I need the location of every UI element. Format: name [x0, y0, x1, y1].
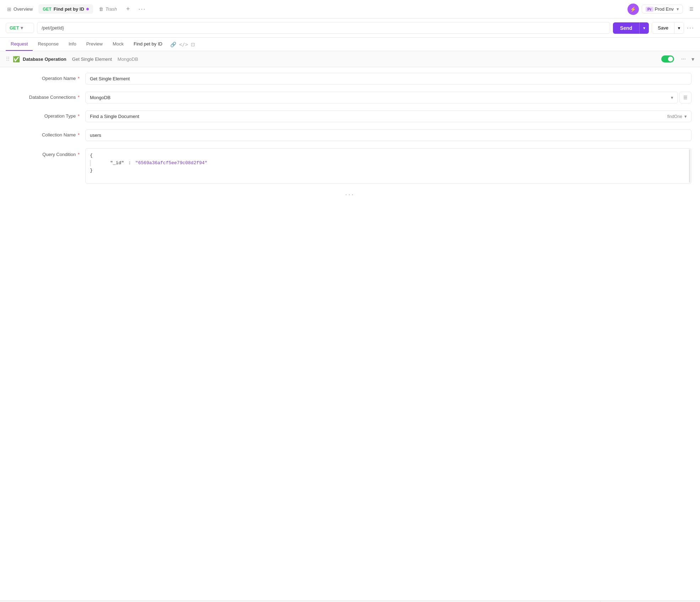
- send-button-group: Send ▾: [613, 22, 649, 34]
- operation-type-label: Operation Type *: [9, 111, 80, 119]
- tab-preview[interactable]: Preview: [81, 38, 108, 51]
- form-section: Operation Name * Database Connections * …: [0, 67, 700, 601]
- split-icon[interactable]: ⊡: [191, 42, 195, 47]
- required-marker-4: *: [78, 132, 80, 138]
- tab-trash[interactable]: 🗑 Trash: [95, 4, 121, 14]
- code-line-1: {: [90, 152, 687, 160]
- main-content: ⠿ ✅ Database Operation Get Single Elemen…: [0, 51, 700, 601]
- tab-bar: ⊞ Overview GET Find pet by ID 🗑 Trash + …: [0, 0, 700, 18]
- required-marker-3: *: [78, 113, 80, 119]
- tab-current[interactable]: GET Find pet by ID: [38, 4, 93, 14]
- tab-overview[interactable]: ⊞ Overview: [3, 4, 37, 14]
- tab-request[interactable]: Request: [6, 38, 33, 51]
- collection-name-input[interactable]: [85, 129, 691, 141]
- db-connections-row: Database Connections * MongoDB ▾ ☰: [9, 92, 691, 103]
- operation-name-row: Operation Name *: [9, 73, 691, 85]
- send-dropdown-button[interactable]: ▾: [639, 22, 649, 34]
- query-condition-editor[interactable]: { "_id" : "6569a36afcf5ee79c08d2f94" }: [85, 148, 691, 184]
- operation-name-input[interactable]: [85, 73, 691, 85]
- more-tabs-button[interactable]: ···: [135, 3, 150, 15]
- code-line-3: }: [90, 167, 687, 174]
- required-marker: *: [78, 76, 80, 81]
- save-button-group: Save ▾: [652, 22, 684, 34]
- drag-handle-icon[interactable]: ⠿: [6, 56, 10, 63]
- operation-name-label: Operation Name *: [9, 73, 80, 81]
- tab-current-label: Find pet by ID: [54, 6, 84, 12]
- db-op-badge: MongoDB: [118, 57, 138, 62]
- collection-name-label: Collection Name *: [9, 129, 80, 138]
- send-button[interactable]: Send: [613, 22, 639, 34]
- request-tabs: Request Response Info Preview Mock Find …: [0, 38, 700, 51]
- save-dropdown-button[interactable]: ▾: [674, 22, 684, 33]
- env-selector[interactable]: Pr Prod Env ▾: [642, 5, 683, 14]
- db-connections-action-button[interactable]: ☰: [679, 92, 691, 103]
- trash-icon: 🗑: [99, 6, 103, 12]
- db-connections-select-group: MongoDB ▾ ☰: [85, 92, 691, 103]
- required-marker-2: *: [78, 95, 80, 100]
- db-operation-header: ⠿ ✅ Database Operation Get Single Elemen…: [0, 51, 700, 67]
- query-condition-row: Query Condition * { "_id" : "6569a36afcf…: [9, 148, 691, 184]
- editor-scrollbar: [689, 149, 690, 183]
- bottom-panel: ▾ Body Cookies Headers 11 Console 2 Actu…: [0, 601, 700, 602]
- db-operation-toggle[interactable]: [661, 55, 674, 63]
- url-bar: GET ▾ Send ▾ Save ▾ ···: [0, 18, 700, 38]
- grid-icon: ⊞: [7, 6, 11, 12]
- url-more-button[interactable]: ···: [687, 24, 694, 32]
- method-chevron-icon: ▾: [21, 25, 23, 31]
- db-op-more-icon[interactable]: ···: [681, 56, 686, 62]
- code-line-2: "_id" : "6569a36afcf5ee79c08d2f94": [90, 160, 687, 167]
- tab-find-pet-name[interactable]: Find pet by ID: [129, 38, 167, 51]
- hamburger-menu-button[interactable]: ☰: [686, 4, 697, 14]
- env-pr-badge: Pr: [646, 7, 653, 12]
- method-select[interactable]: GET ▾: [6, 23, 34, 33]
- db-op-chevron-icon[interactable]: ▾: [691, 56, 694, 63]
- db-op-title: Database Operation: [23, 57, 66, 62]
- get-method-badge: GET: [43, 7, 52, 12]
- add-tab-button[interactable]: +: [123, 3, 134, 15]
- link-icon[interactable]: 🔗: [170, 42, 176, 47]
- tab-trash-label: Trash: [106, 6, 117, 12]
- db-connections-label: Database Connections *: [9, 92, 80, 100]
- env-chevron-icon: ▾: [677, 6, 679, 12]
- save-button[interactable]: Save: [652, 22, 674, 33]
- required-marker-5: *: [78, 152, 80, 157]
- query-condition-label: Query Condition *: [9, 148, 80, 157]
- tab-icons: 🔗 </> ⊡: [170, 42, 195, 47]
- collection-name-row: Collection Name *: [9, 129, 691, 141]
- method-label: GET: [10, 25, 19, 31]
- code-icon[interactable]: </>: [179, 42, 188, 47]
- more-content-indicator: ···: [9, 191, 691, 198]
- env-name: Prod Env: [655, 6, 674, 12]
- operation-type-select[interactable]: Find a Single Document findOne ▾: [85, 111, 691, 122]
- tab-info[interactable]: Info: [64, 38, 81, 51]
- tab-response[interactable]: Response: [33, 38, 64, 51]
- op-type-chevron-icon: ▾: [684, 114, 687, 119]
- tab-overview-label: Overview: [14, 6, 33, 12]
- env-area: ⚡ Pr Prod Env ▾ ☰: [628, 4, 697, 15]
- url-input[interactable]: [37, 22, 610, 34]
- tab-mock[interactable]: Mock: [108, 38, 129, 51]
- select-chevron-icon: ▾: [671, 95, 673, 100]
- env-avatar: ⚡: [628, 4, 639, 15]
- check-circle-icon: ✅: [13, 56, 20, 63]
- operation-type-row: Operation Type * Find a Single Document …: [9, 111, 691, 122]
- db-op-subtitle: Get Single Element: [72, 57, 112, 62]
- list-icon: ☰: [683, 95, 688, 100]
- unsaved-dot: [86, 8, 89, 10]
- db-connections-select[interactable]: MongoDB ▾: [85, 92, 678, 103]
